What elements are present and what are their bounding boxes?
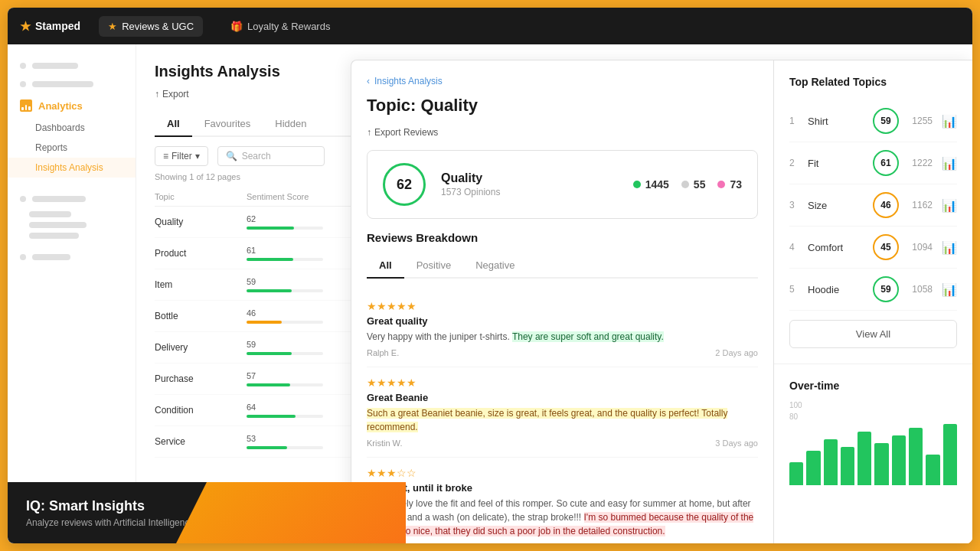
topic-main: ‹ Insights Analysis Topic: Quality ↑ Exp…	[351, 60, 773, 543]
row-topic: Bottle	[155, 311, 247, 321]
tab-all[interactable]: All	[155, 112, 192, 135]
promo-accent	[176, 482, 406, 543]
related-count: 1162	[908, 200, 933, 210]
sidebar-analytics[interactable]: Analytics	[8, 93, 136, 118]
review-tab-bar: All Positive Negative	[367, 253, 758, 279]
related-name: Shirt	[808, 116, 864, 127]
related-name: Fit	[808, 158, 864, 169]
skel-circle	[20, 81, 26, 87]
review-tab-negative[interactable]: Negative	[463, 253, 527, 277]
chart-bar	[926, 455, 939, 485]
skel-line	[32, 196, 86, 202]
related-item[interactable]: 2 Fit 61 1222 📊	[789, 142, 957, 184]
review-card: ★★★★★ Great quality Very happy with the …	[367, 291, 758, 367]
neutral-stat: 55	[681, 178, 706, 191]
review-body: I absolutely love the fit and feel of th…	[367, 497, 758, 538]
review-highlight: I'm so bummed because the quality of the…	[367, 512, 753, 536]
related-name: Comfort	[808, 242, 864, 253]
negative-stat: 73	[717, 178, 742, 191]
nav-tab-loyalty[interactable]: 🎁 Loyalty & Rewards	[221, 16, 339, 37]
view-all-button[interactable]: View All	[789, 320, 957, 348]
tab-hidden[interactable]: Hidden	[263, 112, 318, 135]
related-count: 1222	[908, 158, 933, 168]
overtime-title: Over-time	[789, 380, 957, 392]
page-area: Insights Analysis ↑ Export All Favourite…	[136, 44, 972, 543]
breadcrumb-chevron-icon: ‹	[367, 76, 370, 86]
chart-bar	[892, 435, 906, 485]
search-placeholder: Search	[242, 151, 271, 161]
related-name: Size	[808, 200, 864, 211]
skel-line	[29, 211, 71, 217]
related-score-badge: 61	[873, 150, 899, 176]
chart-bar	[824, 439, 838, 485]
related-score-badge: 59	[873, 276, 899, 302]
chart-bar	[943, 424, 957, 485]
related-item[interactable]: 3 Size 46 1162 📊	[789, 184, 957, 227]
chart-bar	[789, 462, 803, 485]
positive-value: 1445	[645, 178, 669, 191]
bar3	[28, 106, 31, 110]
tab-favourites[interactable]: Favourites	[192, 112, 263, 135]
bar1	[21, 107, 24, 110]
negative-value: 73	[730, 178, 742, 191]
sidebar: Analytics Dashboards Reports Insights An…	[8, 44, 136, 543]
positive-stat: 1445	[633, 178, 669, 191]
sidebar-skeleton-4	[8, 248, 136, 266]
chart-bar	[858, 432, 871, 485]
sidebar-skeleton-3	[8, 190, 136, 208]
related-score-badge: 46	[873, 192, 899, 218]
nav-tab-reviews[interactable]: ★ Reviews & UGC	[99, 16, 203, 37]
score-opinions: 1573 Opinions	[441, 187, 618, 197]
skel-circle	[20, 254, 26, 260]
related-score-badge: 59	[873, 108, 899, 134]
reviews-star-icon: ★	[108, 21, 117, 32]
row-topic: Quality	[155, 217, 247, 227]
score-info: Quality 1573 Opinions	[441, 171, 618, 197]
app-container: ★ Stamped ★ Reviews & UGC 🎁 Loyalty & Re…	[8, 8, 972, 543]
related-rank: 4	[789, 242, 799, 253]
chart-bar	[909, 428, 923, 485]
filter-label: Filter	[172, 151, 192, 161]
skel-circle	[20, 196, 26, 202]
breadcrumb-text: Insights Analysis	[374, 76, 443, 86]
filter-chevron-icon: ▾	[195, 151, 200, 161]
score-label: Quality	[441, 171, 618, 185]
bar2	[25, 105, 28, 110]
review-date: 2 Days ago	[715, 348, 758, 357]
related-score-badge: 45	[873, 234, 899, 260]
sidebar-item-insights[interactable]: Insights Analysis	[8, 158, 136, 178]
breadcrumb[interactable]: ‹ Insights Analysis	[367, 76, 758, 86]
bottom-promo: IQ: Smart Insights Analyze reviews with …	[8, 482, 406, 543]
topic-modal: ‹ Insights Analysis Topic: Quality ↑ Exp…	[351, 60, 972, 543]
analytics-icon	[20, 99, 32, 112]
review-author: Kristin W.	[367, 439, 402, 448]
row-topic: Purchase	[155, 373, 247, 384]
related-item[interactable]: 1 Shirt 59 1255 📊	[789, 100, 957, 142]
review-tab-positive[interactable]: Positive	[404, 253, 464, 277]
col-topic: Topic	[155, 192, 247, 201]
review-meta: Kristin W. 3 Days ago	[367, 439, 758, 448]
review-title: Great quality	[367, 315, 758, 327]
search-box[interactable]: 🔍 Search	[217, 146, 325, 166]
related-item[interactable]: 4 Comfort 45 1094 📊	[789, 227, 957, 269]
review-stars: ★★★★★	[367, 377, 758, 389]
score-value: 62	[397, 177, 412, 193]
score-stats: 1445 55 73	[633, 178, 742, 191]
search-icon: 🔍	[226, 151, 237, 161]
related-topics-title: Top Related Topics	[789, 76, 957, 88]
neutral-value: 55	[694, 178, 706, 191]
logo: ★ Stamped	[20, 19, 80, 34]
filter-button[interactable]: ≡ Filter ▾	[155, 146, 208, 166]
related-rank: 1	[789, 116, 799, 126]
related-item[interactable]: 5 Hoodie 59 1058 📊	[789, 269, 957, 311]
skel-line	[32, 81, 93, 87]
review-meta: Ralph E. 2 Days ago	[367, 348, 758, 357]
export-button[interactable]: ↑ Export	[155, 89, 189, 99]
topic-sidebar: Top Related Topics 1 Shirt 59 1255 📊 2 F…	[773, 60, 972, 543]
review-title: I loved it, until it broke	[367, 482, 758, 494]
sidebar-item-dashboards[interactable]: Dashboards	[8, 118, 136, 138]
export-reviews-button[interactable]: ↑ Export Reviews	[367, 127, 438, 138]
review-tab-all[interactable]: All	[367, 253, 404, 277]
negative-dot	[717, 181, 725, 188]
sidebar-item-reports[interactable]: Reports	[8, 138, 136, 158]
